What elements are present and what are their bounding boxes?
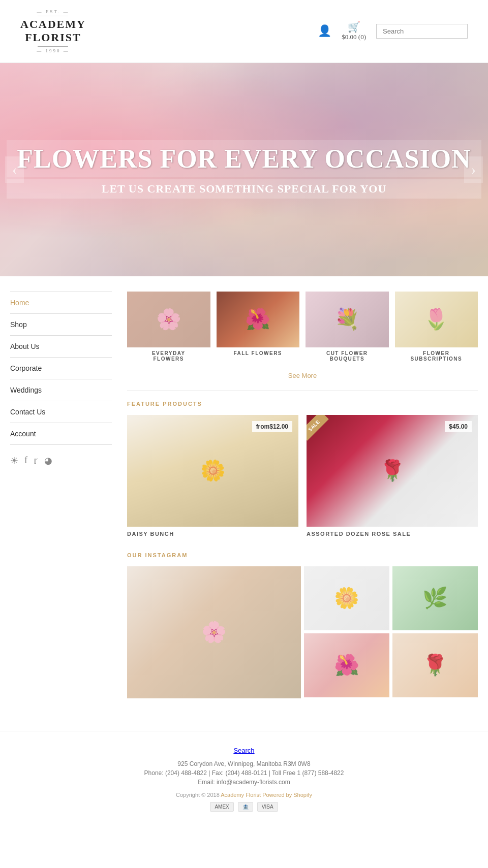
social-icons: ☀ f 𝕣 ◕ [10, 455, 112, 466]
sidebar-item-corporate[interactable]: Corporate [10, 358, 112, 379]
category-label-subs: FLOWERSUBSCRIPTIONS [395, 350, 478, 362]
footer-shopify-link[interactable]: Powered by Shopify [262, 792, 312, 798]
hero-banner: ‹ FLOWERS FOR EVERY OCCASION LET US CREA… [0, 63, 488, 276]
twitter-icon[interactable]: 𝕣 [34, 455, 38, 466]
category-label-everyday: EVERYDAYFLOWERS [127, 350, 210, 362]
subs-flower-decoration: 🌷 [395, 292, 478, 347]
insta-sm2-decoration: 🌿 [392, 566, 478, 630]
insta-img-sm3[interactable]: 🌺 [304, 633, 389, 697]
insta-img-sm1[interactable]: 🌼 [304, 566, 389, 630]
footer-address: 925 Corydon Ave, Winnipeg, Manitoba R3M … [10, 760, 478, 767]
category-everyday-flowers[interactable]: 🌸 EVERYDAYFLOWERS [127, 292, 210, 362]
sidebar-link-account[interactable]: Account [10, 430, 36, 438]
category-subscriptions[interactable]: 🌷 FLOWERSUBSCRIPTIONS [395, 292, 478, 362]
footer-search-anchor[interactable]: Search [233, 747, 254, 754]
footer-brand-link[interactable]: Academy Florist [221, 792, 261, 798]
category-img-fall: 🌺 [217, 292, 300, 347]
logo[interactable]: — EST. — ACADEMY FLORIST — 1990 — [20, 9, 86, 53]
sidebar-item-contact[interactable]: Contact Us [10, 401, 112, 423]
hero-subheading: LET US CREATE SOMETHING SPECIAL FOR YOU [7, 179, 481, 199]
insta-large-decoration: 🌸 [127, 566, 301, 698]
footer-search-link: Search [10, 747, 478, 754]
see-more-section: See More [127, 367, 478, 391]
insta-img-sm4[interactable]: 🌹 [392, 633, 478, 697]
hero-next-arrow[interactable]: › [464, 156, 483, 183]
product-rose-sale[interactable]: SALE 🌹 $45.00 ASSORTED DOZEN ROSE SALE [307, 415, 478, 537]
insta-sm4-decoration: 🌹 [392, 633, 478, 697]
product-daisy-bunch[interactable]: 🌼 from$12.00 DAISY BUNCH [127, 415, 298, 537]
category-fall-flowers[interactable]: 🌺 FALL FLOWERS [217, 292, 300, 362]
instagram-small-grid: 🌼 🌿 🌺 🌹 [304, 566, 478, 697]
payment-amex: AMEX [210, 802, 233, 812]
sidebar-link-weddings[interactable]: Weddings [10, 386, 42, 394]
pinterest-icon[interactable]: ◕ [44, 455, 52, 466]
insta-img-sm2[interactable]: 🌿 [392, 566, 478, 630]
cart-price: $0.00 (0) [342, 33, 366, 41]
cut-flower-decoration: 💐 [306, 292, 389, 347]
product-name-roses: ASSORTED DOZEN ROSE SALE [307, 531, 478, 537]
instagram-title: OUR INSTAGRAM [127, 552, 478, 558]
insta-sm3-decoration: 🌺 [304, 633, 389, 697]
fall-flower-decoration: 🌺 [217, 292, 300, 347]
insta-img-large: 🌸 [127, 566, 301, 698]
footer: Search 925 Corydon Ave, Winnipeg, Manito… [0, 731, 488, 822]
sidebar-item-shop[interactable]: Shop [10, 314, 112, 336]
category-img-cut: 💐 [306, 292, 389, 347]
footer-phone: Phone: (204) 488-4822 | Fax: (204) 488-0… [10, 769, 478, 777]
sidebar-link-about[interactable]: About Us [10, 342, 40, 350]
payment-visa: VISA [257, 802, 278, 812]
sidebar-item-home[interactable]: Home [10, 292, 112, 314]
facebook-icon[interactable]: f [24, 455, 27, 466]
instagram-grid: 🌸 🌼 🌿 🌺 🌹 [127, 566, 478, 700]
everyday-flower-decoration: 🌸 [127, 292, 210, 347]
payment-bank: 🏦 [238, 802, 253, 812]
logo-divider-bottom [38, 46, 68, 47]
search-input[interactable] [376, 24, 468, 39]
featured-title: FEATURE PRODUCTS [127, 401, 478, 407]
logo-title: ACADEMY FLORIST [20, 18, 86, 45]
sidebar-item-about[interactable]: About Us [10, 336, 112, 358]
product-img-daisy: 🌼 from$12.00 [127, 415, 298, 527]
sidebar-link-corporate[interactable]: Corporate [10, 364, 42, 372]
logo-est: — EST. — [20, 9, 86, 14]
cart-icon: 🛒 [348, 21, 360, 33]
category-cut-flowers[interactable]: 💐 CUT FLOWERBOUQUETS [306, 292, 389, 362]
see-more-link[interactable]: See More [288, 372, 317, 379]
hero-prev-arrow[interactable]: ‹ [5, 156, 24, 183]
sidebar-menu: Home Shop About Us Corporate Weddings Co… [10, 292, 112, 445]
sidebar-link-shop[interactable]: Shop [10, 320, 27, 329]
footer-payments: AMEX 🏦 VISA [10, 802, 478, 812]
account-icon[interactable]: 👤 [318, 24, 331, 38]
cart-button[interactable]: 🛒 $0.00 (0) [342, 21, 366, 41]
instagram-large-img[interactable]: 🌸 [127, 566, 301, 700]
footer-email: Email: info@academy-florists.com [10, 779, 478, 786]
footer-copyright-text: Copyright © 2018 [176, 792, 220, 798]
sidebar-link-contact[interactable]: Contact Us [10, 408, 45, 416]
products-grid: 🌼 from$12.00 DAISY BUNCH SALE 🌹 $45.00 A… [127, 415, 478, 537]
instagram-icon[interactable]: ☀ [10, 455, 18, 466]
insta-sm1-decoration: 🌼 [304, 566, 389, 630]
main-layout: Home Shop About Us Corporate Weddings Co… [0, 276, 488, 716]
sidebar-nav: Home Shop About Us Corporate Weddings Co… [10, 292, 112, 700]
logo-line2: FLORIST [25, 31, 81, 44]
sidebar-item-account[interactable]: Account [10, 423, 112, 445]
product-img-roses: SALE 🌹 $45.00 [307, 415, 478, 527]
product-name-daisy: DAISY BUNCH [127, 531, 298, 537]
logo-line1: ACADEMY [20, 18, 86, 30]
header-actions: 👤 🛒 $0.00 (0) [318, 21, 468, 41]
sidebar-item-weddings[interactable]: Weddings [10, 379, 112, 401]
footer-copyright: Copyright © 2018 Academy Florist Powered… [10, 792, 478, 798]
category-label-cut: CUT FLOWERBOUQUETS [306, 350, 389, 362]
site-header: — EST. — ACADEMY FLORIST — 1990 — 👤 🛒 $0… [0, 0, 488, 63]
instagram-section: OUR INSTAGRAM 🌸 🌼 🌿 🌺 [127, 552, 478, 700]
logo-divider-top [38, 16, 68, 16]
category-img-everyday: 🌸 [127, 292, 210, 347]
hero-text-block: FLOWERS FOR EVERY OCCASION LET US CREATE… [7, 140, 481, 199]
logo-year: — 1990 — [20, 48, 86, 53]
product-price-roses: $45.00 [445, 421, 472, 432]
sidebar-link-home[interactable]: Home [10, 299, 29, 307]
hero-heading: FLOWERS FOR EVERY OCCASION [7, 140, 481, 177]
category-img-subs: 🌷 [395, 292, 478, 347]
category-label-fall: FALL FLOWERS [217, 350, 300, 356]
content-area: 🌸 EVERYDAYFLOWERS 🌺 FALL FLOWERS 💐 CUT F… [127, 292, 478, 700]
